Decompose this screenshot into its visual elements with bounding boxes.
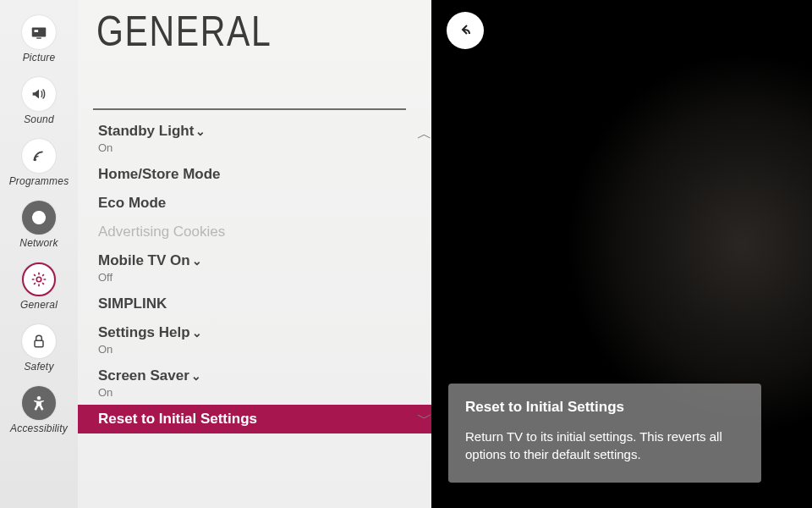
back-arrow-icon (455, 20, 475, 41)
divider (93, 108, 406, 110)
settings-panel: GENERAL ︿ Standby Light⌄ On Home/Store M… (78, 0, 431, 508)
chevron-down-icon: ⌄ (191, 369, 201, 383)
settings-row-label: Home/Store Mode (98, 166, 221, 182)
settings-row-label: Settings Help (98, 324, 190, 340)
help-tooltip-body: Return TV to its initial settings. This … (465, 428, 744, 465)
settings-row-eco-mode[interactable]: Eco Mode (96, 189, 431, 218)
picture-mode-icon (22, 15, 56, 49)
svg-rect-7 (35, 340, 43, 347)
settings-list: ︿ Standby Light⌄ On Home/Store Mode Eco … (96, 117, 431, 433)
sidebar-item-network[interactable]: Network (0, 197, 78, 254)
sidebar-item-general[interactable]: General (0, 259, 78, 316)
satellite-icon (22, 139, 56, 173)
tools-icon (22, 262, 56, 296)
settings-row-label: Mobile TV On (98, 252, 190, 268)
chevron-down-icon: ⌄ (192, 326, 202, 340)
settings-row-reset-to-initial[interactable]: Reset to Initial Settings (78, 405, 443, 433)
help-tooltip-title: Reset to Initial Settings (465, 399, 744, 416)
settings-row-mobile-tv-on[interactable]: Mobile TV On⌄ Off (96, 246, 431, 290)
chevron-down-icon: ⌄ (192, 254, 202, 268)
sidebar-item-programmes[interactable]: Programmes (0, 135, 78, 192)
lock-icon (22, 324, 56, 358)
help-tooltip: Reset to Initial Settings Return TV to i… (448, 384, 761, 483)
svg-point-6 (36, 277, 41, 282)
sidebar-item-label: Programmes (9, 175, 69, 187)
scroll-down-button[interactable]: ﹀ (417, 408, 432, 428)
settings-row-label: Advertising Cookies (98, 224, 225, 240)
back-button[interactable] (447, 12, 484, 49)
sidebar-item-label: Accessibility (10, 422, 68, 434)
sidebar-item-sound[interactable]: Sound (0, 74, 78, 130)
settings-row-value: Off (98, 271, 427, 284)
sidebar-item-picture[interactable]: Picture (0, 12, 78, 69)
svg-rect-2 (35, 30, 39, 32)
settings-row-value: On (98, 343, 427, 356)
sidebar-item-accessibility[interactable]: Accessibility (0, 383, 78, 439)
network-icon (22, 201, 56, 235)
svg-rect-0 (32, 28, 47, 37)
sidebar-item-label: Picture (23, 52, 56, 64)
settings-row-label: Reset to Initial Settings (98, 411, 257, 427)
svg-point-3 (34, 158, 36, 161)
settings-row-label: Standby Light (98, 123, 194, 139)
settings-row-simplink[interactable]: SIMPLINK (96, 290, 431, 318)
accessibility-icon (22, 386, 56, 420)
settings-row-standby-light[interactable]: Standby Light⌄ On (96, 117, 431, 160)
svg-point-8 (37, 396, 41, 400)
sound-icon (22, 77, 56, 111)
panel-title: GENERAL (96, 7, 371, 56)
settings-row-value: On (98, 386, 427, 399)
sidebar-item-label: General (20, 299, 58, 311)
settings-row-label: Screen Saver (98, 367, 189, 384)
settings-row-home-store-mode[interactable]: Home/Store Mode (96, 160, 431, 189)
scroll-up-button[interactable]: ︿ (417, 124, 432, 144)
settings-row-value: On (98, 141, 427, 154)
settings-row-settings-help[interactable]: Settings Help⌄ On (96, 318, 431, 362)
sidebar-item-label: Safety (24, 361, 53, 373)
settings-row-label: Eco Mode (98, 195, 166, 211)
preview-stage: Reset to Initial Settings Return TV to i… (431, 0, 812, 508)
settings-row-advertising-cookies: Advertising Cookies (96, 218, 431, 246)
sidebar-item-label: Network (19, 237, 58, 249)
chevron-down-icon: ⌄ (195, 124, 206, 138)
sidebar-item-label: Sound (24, 113, 54, 125)
svg-rect-1 (36, 37, 41, 38)
settings-row-label: SIMPLINK (98, 295, 167, 312)
sidebar-item-safety[interactable]: Safety (0, 321, 78, 378)
settings-row-screen-saver[interactable]: Screen Saver⌄ On (96, 362, 431, 405)
settings-sidebar: Picture Sound Programmes Network General… (0, 0, 78, 508)
